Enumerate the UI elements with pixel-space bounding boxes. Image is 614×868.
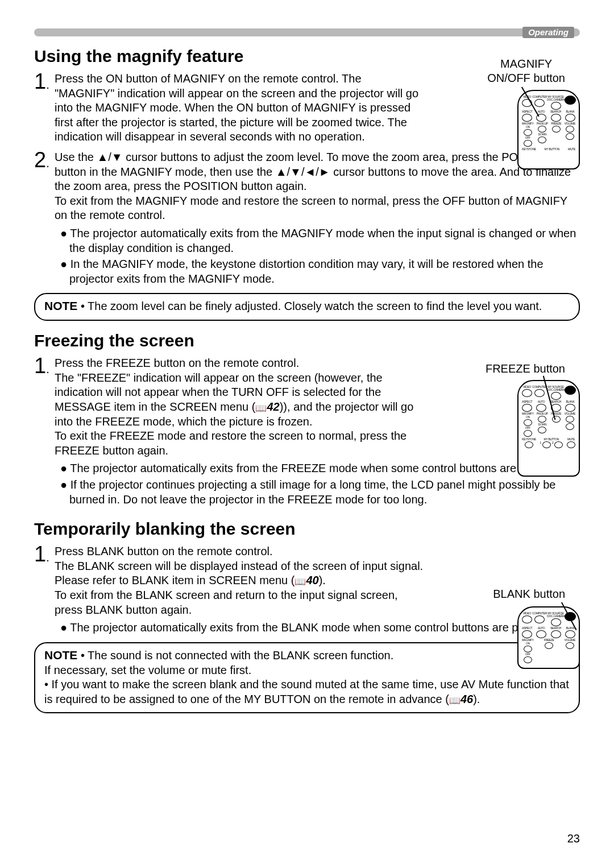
magnify-button-label: MAGNIFY ON/OFF button: [487, 57, 565, 85]
remote-btn: [538, 427, 546, 433]
remote-btn: [551, 392, 561, 400]
power-icon: [565, 96, 576, 105]
remote-btn: [552, 126, 561, 133]
remote-btn: [524, 140, 532, 147]
remote-btn: [551, 102, 561, 110]
remote-btn: [551, 114, 561, 122]
list-item: The projector automatically exits from t…: [60, 226, 580, 255]
step-number: 1.: [34, 542, 55, 565]
remote-btn: [524, 656, 532, 663]
power-icon: [565, 386, 576, 395]
page-number: 23: [567, 832, 580, 845]
header-bar: Operating: [34, 28, 580, 36]
note-label: NOTE: [44, 648, 77, 662]
remote-btn: [522, 630, 532, 638]
remote-btn: [536, 404, 546, 412]
remote-btn: [545, 642, 553, 649]
remote-btn: [566, 416, 574, 423]
remote-btn: [522, 404, 532, 412]
remote-btn: [534, 615, 545, 623]
remote-btn: [534, 389, 545, 397]
remote-btn: [538, 126, 546, 133]
list-item: In the MAGNIFY mode, the keystone distor…: [60, 257, 580, 286]
note-label: NOTE: [44, 299, 77, 312]
magnify-note: NOTE • The zoom level can be finely adju…: [34, 293, 580, 321]
remote-btn: [554, 441, 563, 448]
remote-btn: [538, 416, 546, 423]
remote-btn: [542, 441, 551, 448]
blank-note: NOTE • The sound is not connected with t…: [34, 642, 580, 714]
note-text: • The sound is not connected with the BL…: [44, 649, 569, 705]
blank-button-label: BLANK button: [493, 587, 565, 601]
step-number: 2.: [34, 148, 55, 171]
remote-btn: [522, 114, 532, 122]
book-icon: [255, 400, 267, 413]
remote-diagram-magnify: VIDEO COMPUTER MY SOURCE/ DOC.CAMERA ASP…: [517, 90, 580, 170]
remote-btn: [536, 630, 546, 638]
magnify-bullets: The projector automatically exits from t…: [34, 226, 580, 286]
freeze-button-label: FREEZE button: [486, 362, 565, 376]
remote-btn: [567, 441, 575, 448]
remote-btn: [522, 389, 532, 397]
remote-btn: [566, 423, 574, 430]
book-icon: [449, 693, 460, 705]
remote-diagram-blank: VIDEO COMPUTER MY SOURCE/ DOC.CAMERA ASP…: [517, 606, 580, 669]
note-text: • The zoom level can be finely adjusted.…: [77, 300, 542, 312]
remote-btn: [566, 133, 574, 140]
remote-btn: [525, 441, 533, 448]
remote-btn: [534, 99, 545, 107]
blank-step-1: 1. Press BLANK button on the remote cont…: [34, 542, 580, 617]
remote-btn: [524, 646, 532, 652]
step-text: Use the ▲/▼ cursor buttons to adjust the…: [55, 148, 580, 223]
step-text: Press BLANK button on the remote control…: [55, 542, 424, 617]
freeze-bullets: The projector automatically exits from t…: [34, 461, 580, 507]
step-text: Press the ON button of MAGNIFY on the re…: [55, 69, 424, 144]
remote-btn: [566, 126, 574, 133]
remote-btn: [552, 416, 561, 423]
step-number: 1.: [34, 354, 55, 377]
remote-btn: [565, 630, 575, 638]
list-item: The projector automatically exits from t…: [60, 461, 580, 476]
list-item: If the projector continues projecting a …: [60, 478, 580, 507]
magnify-step-2: 2. Use the ▲/▼ cursor buttons to adjust …: [34, 148, 580, 223]
step-number: 1.: [34, 69, 55, 92]
step-text: Press the FREEZE button on the remote co…: [55, 354, 424, 458]
freeze-title: Freezing the screen: [34, 331, 580, 350]
section-header: Operating: [522, 27, 574, 38]
remote-btn: [551, 618, 561, 626]
book-icon: [294, 574, 306, 586]
blank-bullets: The projector automatically exits from t…: [34, 621, 580, 635]
remote-btn: [524, 129, 532, 136]
remote-btn: [566, 642, 574, 649]
remote-btn: [522, 615, 532, 623]
remote-btn: [565, 114, 575, 122]
remote-btn: [538, 137, 546, 143]
blank-title: Temporarily blanking the screen: [34, 519, 580, 539]
list-item: The projector automatically exits from t…: [60, 621, 580, 635]
remote-btn: [524, 430, 532, 437]
remote-btn: [551, 630, 561, 638]
remote-btn: [565, 404, 575, 412]
remote-btn: [524, 419, 532, 426]
